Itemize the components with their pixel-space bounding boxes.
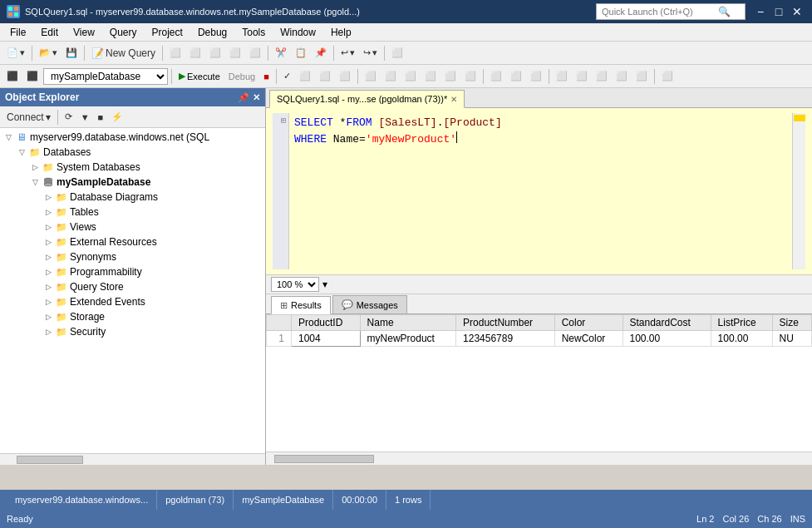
external-resources-expand-icon[interactable]: ▷ — [42, 235, 55, 249]
maximize-button[interactable]: □ — [770, 3, 787, 20]
results-tab[interactable]: ⊞ Results — [271, 296, 331, 314]
toolbar2-btn-1[interactable]: ⬛ — [3, 67, 22, 86]
menu-help[interactable]: Help — [324, 25, 358, 40]
oe-filter-btn[interactable]: ▼ — [77, 108, 93, 126]
tb2-btn-d[interactable]: ⬜ — [421, 67, 440, 86]
tb2-btn-f[interactable]: ⬜ — [461, 67, 480, 86]
menu-edit[interactable]: Edit — [34, 25, 65, 40]
results-hscroll[interactable] — [266, 452, 812, 465]
parse-button[interactable]: ⬜ — [296, 67, 314, 86]
query-store-expand-icon[interactable]: ▷ — [42, 280, 55, 294]
open-button[interactable]: 📂▾ — [36, 44, 61, 62]
execute-button[interactable]: ▶ Execute — [175, 67, 224, 86]
quick-launch-search[interactable]: 🔍 — [596, 3, 746, 20]
tb-btn-5[interactable]: ⬜ — [246, 44, 264, 62]
extended-events-expand-icon[interactable]: ▷ — [42, 295, 55, 308]
tb2-btn-a[interactable]: ⬜ — [362, 67, 380, 86]
storage-expand-icon[interactable]: ▷ — [42, 310, 55, 323]
cut-button[interactable]: ✂️ — [272, 44, 290, 62]
tb-btn-4[interactable]: ⬜ — [226, 44, 244, 62]
synonyms-expand-icon[interactable]: ▷ — [42, 250, 55, 264]
editor-tab-sqlquery1[interactable]: SQLQuery1.sql - my...se (pgoldman (73))*… — [269, 90, 465, 108]
tb-btn-1[interactable]: ⬜ — [166, 44, 185, 62]
editor-vscroll[interactable] — [792, 113, 805, 269]
tree-server-node[interactable]: ▽ 🖥 myserver99.database.windows.net (SQL — [0, 130, 265, 145]
tb-btn-3[interactable]: ⬜ — [206, 44, 224, 62]
databases-expand-icon[interactable]: ▽ — [15, 146, 28, 159]
tree-programmability-node[interactable]: ▷ 📁 Programmability — [0, 264, 265, 279]
oe-stop-btn[interactable]: ■ — [95, 108, 107, 126]
editor-code-area[interactable]: SELECT * FROM [SalesLT] . [Product] WHER… — [289, 113, 792, 269]
oe-connect-button[interactable]: Connect ▾ — [3, 108, 54, 126]
undo-button[interactable]: ↩▾ — [337, 44, 358, 62]
sql-editor[interactable]: ⊞ SELECT * FROM [SalesLT] . [Product] — [266, 108, 812, 274]
tb2-btn-e[interactable]: ⬜ — [441, 67, 460, 86]
debug-button[interactable]: Debug — [225, 67, 258, 86]
check-button[interactable]: ✓ — [280, 67, 294, 86]
new-button[interactable]: 📄 ▾ — [3, 44, 28, 62]
stop-button[interactable]: ■ — [260, 67, 273, 86]
new-query-button[interactable]: 📝 New Query — [88, 44, 159, 62]
tree-query-store-node[interactable]: ▷ 📁 Query Store — [0, 279, 265, 294]
debug2-button[interactable]: ⬜ — [388, 44, 406, 62]
tb2-btn-h[interactable]: ⬜ — [507, 67, 525, 86]
menu-debug[interactable]: Debug — [191, 25, 234, 40]
tree-db-diagrams-node[interactable]: ▷ 📁 Database Diagrams — [0, 190, 265, 205]
tree-security-node[interactable]: ▷ 📁 Security — [0, 324, 265, 339]
tb2-btn-l[interactable]: ⬜ — [593, 67, 611, 86]
tab-close-button[interactable]: ✕ — [450, 95, 457, 104]
results-button[interactable]: ⬜ — [316, 67, 334, 86]
system-db-expand-icon[interactable]: ▷ — [28, 160, 42, 174]
tree-system-databases-node[interactable]: ▷ 📁 System Databases — [0, 160, 265, 175]
tree-extended-events-node[interactable]: ▷ 📁 Extended Events — [0, 294, 265, 309]
tb2-btn-i[interactable]: ⬜ — [527, 67, 545, 86]
tree-tables-node[interactable]: ▷ 📁 Tables — [0, 205, 265, 220]
menu-query[interactable]: Query — [103, 25, 144, 40]
oe-refresh-btn[interactable]: ⟳ — [62, 108, 76, 126]
tree-databases-node[interactable]: ▽ 📁 Databases — [0, 145, 265, 160]
tb2-btn-g[interactable]: ⬜ — [487, 67, 505, 86]
views-expand-icon[interactable]: ▷ — [42, 220, 55, 234]
tb2-btn-k[interactable]: ⬜ — [573, 67, 591, 86]
toolbar2-btn-2[interactable]: ⬛ — [23, 67, 42, 86]
menu-view[interactable]: View — [66, 25, 101, 40]
tb2-btn-b[interactable]: ⬜ — [381, 67, 400, 86]
tb2-btn-c[interactable]: ⬜ — [401, 67, 420, 86]
programmability-expand-icon[interactable]: ▷ — [42, 265, 55, 279]
security-expand-icon[interactable]: ▷ — [42, 325, 55, 338]
redo-button[interactable]: ↪▾ — [360, 44, 381, 62]
tree-synonyms-node[interactable]: ▷ 📁 Synonyms — [0, 249, 265, 264]
tb-btn-2[interactable]: ⬜ — [186, 44, 204, 62]
close-button[interactable]: ✕ — [789, 3, 805, 20]
paste-button[interactable]: 📌 — [312, 44, 330, 62]
tree-external-resources-node[interactable]: ▷ 📁 External Resources — [0, 234, 265, 249]
mysampledb-expand-icon[interactable]: ▽ — [28, 175, 42, 189]
tables-expand-icon[interactable]: ▷ — [42, 205, 55, 219]
oe-pin-icon[interactable]: 📌 — [238, 92, 249, 103]
tb2-btn-n[interactable]: ⬜ — [632, 67, 651, 86]
help-button[interactable]: ⬜ — [658, 67, 677, 86]
database-selector[interactable]: mySampleDatabase — [43, 68, 168, 85]
menu-tools[interactable]: Tools — [235, 25, 272, 40]
minimize-button[interactable]: − — [752, 3, 769, 20]
results-hscroll-thumb[interactable] — [274, 455, 374, 463]
oe-hscroll-thumb[interactable] — [17, 456, 83, 464]
save-button[interactable]: 💾 — [62, 44, 81, 62]
db-diagrams-expand-icon[interactable]: ▷ — [42, 190, 55, 204]
tb2-btn-j[interactable]: ⬜ — [553, 67, 571, 86]
oe-hscroll[interactable] — [0, 453, 265, 465]
tb2-btn-m[interactable]: ⬜ — [613, 67, 631, 86]
zoom-selector[interactable]: 100 % — [271, 277, 319, 292]
quick-launch-input[interactable] — [602, 7, 718, 17]
menu-file[interactable]: File — [3, 25, 32, 40]
server-expand-icon[interactable]: ▽ — [2, 131, 15, 144]
tree-mysampledb-node[interactable]: ▽ mySampleDatabase — [0, 175, 265, 190]
oe-close-icon[interactable]: ✕ — [253, 92, 260, 103]
oe-sync-btn[interactable]: ⚡ — [108, 108, 126, 126]
copy-button[interactable]: 📋 — [292, 44, 310, 62]
messages-tab[interactable]: 💬 Messages — [332, 295, 407, 313]
tree-views-node[interactable]: ▷ 📁 Views — [0, 220, 265, 234]
menu-window[interactable]: Window — [273, 25, 322, 40]
showplan-button[interactable]: ⬜ — [336, 67, 354, 86]
tree-storage-node[interactable]: ▷ 📁 Storage — [0, 309, 265, 324]
